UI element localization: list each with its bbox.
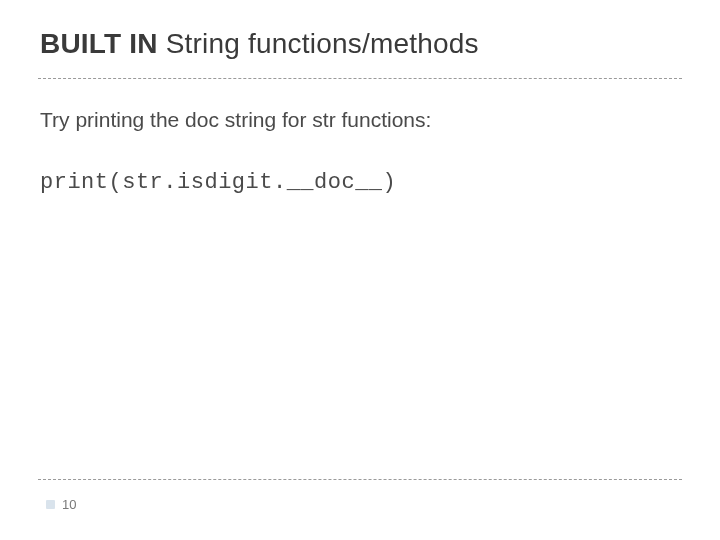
page-number: 10 xyxy=(62,497,76,512)
code-example: print(str.isdigit.__doc__) xyxy=(40,170,396,195)
page-bullet-icon xyxy=(46,500,55,509)
title-rest: String functions/methods xyxy=(158,28,479,59)
slide: BUILT IN String functions/methods Try pr… xyxy=(0,0,720,540)
title-bold: BUILT IN xyxy=(40,28,158,59)
body-text: Try printing the doc string for str func… xyxy=(40,108,431,132)
footer-divider xyxy=(38,479,682,480)
slide-title: BUILT IN String functions/methods xyxy=(40,28,479,60)
title-divider xyxy=(38,78,682,79)
